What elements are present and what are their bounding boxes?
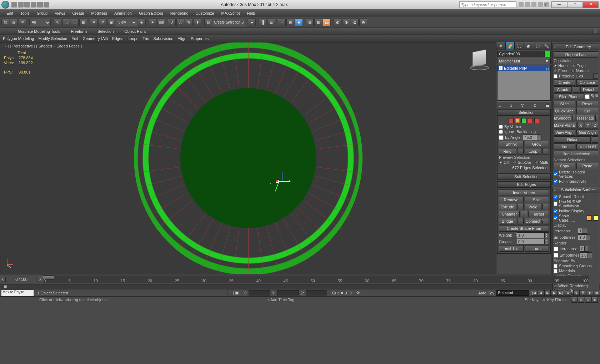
rollout-selection[interactable]: -Selection bbox=[497, 109, 551, 116]
relax-button[interactable]: Relax bbox=[554, 136, 591, 143]
ribbon-tab-graphite[interactable]: Graphite Modeling Tools bbox=[18, 29, 60, 34]
tessellate-settings[interactable] bbox=[595, 115, 598, 121]
menu-views[interactable]: Views bbox=[51, 10, 69, 16]
rotate-icon[interactable]: ⟲ bbox=[99, 19, 106, 26]
tessellate-button[interactable]: Tessellate bbox=[576, 115, 594, 121]
panel-modifysel[interactable]: Modify Selection bbox=[38, 36, 67, 41]
y-coord-input[interactable] bbox=[277, 290, 299, 295]
msmooth-settings[interactable] bbox=[572, 115, 575, 121]
connect-button[interactable]: Connect bbox=[525, 218, 542, 224]
object-name-input[interactable]: Cylinder003 bbox=[497, 51, 544, 57]
repeat-last-button[interactable]: Repeat Last bbox=[554, 51, 598, 58]
smoothness-spinner[interactable]: 1.0 bbox=[578, 234, 586, 240]
view-align-button[interactable]: View Align bbox=[554, 129, 575, 136]
render-setup-icon[interactable]: ▦ bbox=[306, 19, 314, 26]
star2-icon[interactable] bbox=[538, 2, 543, 7]
menu-maxscript[interactable]: MAXScript bbox=[218, 10, 244, 16]
attach-settings[interactable] bbox=[573, 86, 579, 93]
loop-spin[interactable] bbox=[542, 148, 549, 155]
prev-frame-icon[interactable]: ◀ bbox=[538, 290, 544, 296]
by-angle-checkbox[interactable] bbox=[499, 135, 504, 140]
mirror-icon[interactable]: ▰ bbox=[248, 19, 256, 26]
rollout-editedges[interactable]: -Edit Edges bbox=[497, 181, 551, 188]
menu-animation[interactable]: Animation bbox=[111, 10, 135, 16]
play-icon[interactable]: ▶ bbox=[544, 290, 551, 296]
window-crossing-icon[interactable]: ▦ bbox=[79, 19, 87, 26]
open-icon[interactable] bbox=[18, 2, 24, 7]
chamfer-settings[interactable] bbox=[521, 211, 527, 217]
full-interactivity-checkbox[interactable] bbox=[554, 180, 558, 183]
menu-tools[interactable]: Tools bbox=[17, 10, 33, 16]
schematic-icon[interactable]: ⊞ bbox=[286, 19, 294, 26]
chamfer-button[interactable]: Chamfer bbox=[499, 211, 520, 217]
slice-plane-button[interactable]: Slice Plane bbox=[554, 93, 584, 100]
preserve-uvs-settings[interactable] bbox=[593, 74, 598, 79]
qat-more-icon[interactable] bbox=[44, 2, 49, 7]
create-shape-button[interactable]: Create Shape From Selection bbox=[499, 225, 549, 232]
render-icon[interactable]: ☕ bbox=[323, 19, 331, 26]
nav-fov-icon[interactable]: ◐ bbox=[587, 290, 593, 296]
copy-button[interactable]: Copy bbox=[554, 163, 575, 169]
goto-end-icon[interactable]: ▶| bbox=[558, 290, 564, 296]
bind-icon[interactable]: ≋ bbox=[19, 19, 26, 26]
keymode-dropdown[interactable]: Selected bbox=[496, 290, 529, 296]
pivot-icon[interactable]: ◈ bbox=[138, 19, 146, 26]
trackbar[interactable]: ⊞ bbox=[0, 284, 600, 289]
move-icon[interactable]: ✥ bbox=[90, 19, 98, 26]
subobj-edge[interactable] bbox=[515, 118, 520, 123]
remove-mod-icon[interactable]: ⊘ bbox=[533, 103, 536, 108]
rollout-subdiv[interactable]: -Subdivision Surface bbox=[552, 187, 599, 193]
comm-icon[interactable]: ⟳ bbox=[356, 290, 360, 295]
menu-help[interactable]: Help bbox=[244, 10, 259, 16]
turn-button[interactable]: Turn bbox=[525, 245, 549, 252]
subobj-border[interactable] bbox=[521, 118, 526, 123]
weld-button[interactable]: Weld bbox=[525, 204, 542, 210]
transform-gizmo[interactable]: x y bbox=[273, 176, 295, 197]
loop-button[interactable]: Loop bbox=[525, 148, 542, 155]
hide-unsel-button[interactable]: Hide Unselected bbox=[554, 151, 598, 157]
sep-materials-checkbox[interactable] bbox=[554, 269, 558, 273]
rendered-frame-icon[interactable]: ▦ bbox=[314, 19, 322, 26]
nav-walk-icon[interactable]: ⊙ bbox=[585, 297, 591, 303]
menu-grapheditors[interactable]: Graph Editors bbox=[135, 10, 167, 16]
menu-rendering[interactable]: Rendering bbox=[167, 10, 192, 16]
weight-spinner[interactable]: 1.0 bbox=[517, 233, 544, 238]
constraint-edge-radio[interactable] bbox=[572, 64, 575, 67]
hide-sel-button[interactable]: Hide Selected bbox=[554, 143, 575, 150]
spinner-snap-icon[interactable]: ⬍ bbox=[194, 19, 201, 26]
panel-geometry[interactable]: Geometry (All) bbox=[82, 36, 108, 41]
menu-create[interactable]: Create bbox=[69, 10, 88, 16]
target-weld-button[interactable]: Target Weld bbox=[528, 211, 549, 217]
nav-roll-icon[interactable]: ⊗ bbox=[578, 297, 584, 303]
select-name-icon[interactable]: ▭ bbox=[62, 19, 70, 26]
preview-multi-radio[interactable] bbox=[535, 161, 539, 164]
setkey-button[interactable]: Set Key bbox=[525, 298, 539, 302]
split-button[interactable]: Split bbox=[525, 197, 549, 203]
edit-named-sel-icon[interactable]: ▤ bbox=[204, 19, 212, 26]
insert-vertex-button[interactable]: Insert Vertex bbox=[499, 189, 549, 196]
configure-icon[interactable]: ☰ bbox=[546, 103, 549, 108]
grow-button[interactable]: Grow bbox=[525, 141, 549, 147]
select-icon[interactable]: ↖ bbox=[54, 19, 61, 26]
shrink-button[interactable]: Shrink bbox=[499, 141, 524, 147]
curve-editor-icon[interactable]: 〰 bbox=[278, 19, 286, 26]
app-logo[interactable] bbox=[1, 1, 9, 9]
nav-zoomall-icon[interactable]: ▦ bbox=[594, 290, 600, 296]
render-smooth-checkbox[interactable] bbox=[554, 253, 558, 258]
addtag-button[interactable]: ▫ Add Time Tag bbox=[268, 298, 294, 302]
autokey-button[interactable]: Auto Key bbox=[478, 291, 494, 295]
rollout-editgeometry[interactable]: -Edit Geometry bbox=[552, 44, 599, 50]
key-icon[interactable] bbox=[525, 2, 530, 7]
key-icon-big[interactable]: ⊸ bbox=[541, 297, 545, 303]
nav-maximize-icon[interactable]: ▣ bbox=[591, 297, 598, 303]
edit-tri-button[interactable]: Edit Tri. bbox=[499, 245, 524, 252]
teapot4-icon[interactable]: ◓ bbox=[359, 19, 367, 26]
modifier-list-dropdown[interactable]: Modifier List▼ bbox=[497, 58, 551, 64]
unhide-button[interactable]: Unhide All bbox=[576, 143, 598, 150]
minimize-button[interactable]: — bbox=[551, 1, 567, 8]
menu-edit[interactable]: Edit bbox=[3, 10, 17, 16]
undo-icon[interactable] bbox=[31, 2, 36, 7]
search-input[interactable]: Type a keyword or phrase bbox=[459, 1, 516, 8]
grid-align-button[interactable]: Grid Align bbox=[576, 129, 598, 136]
layers-icon[interactable]: ☰ bbox=[267, 19, 275, 26]
